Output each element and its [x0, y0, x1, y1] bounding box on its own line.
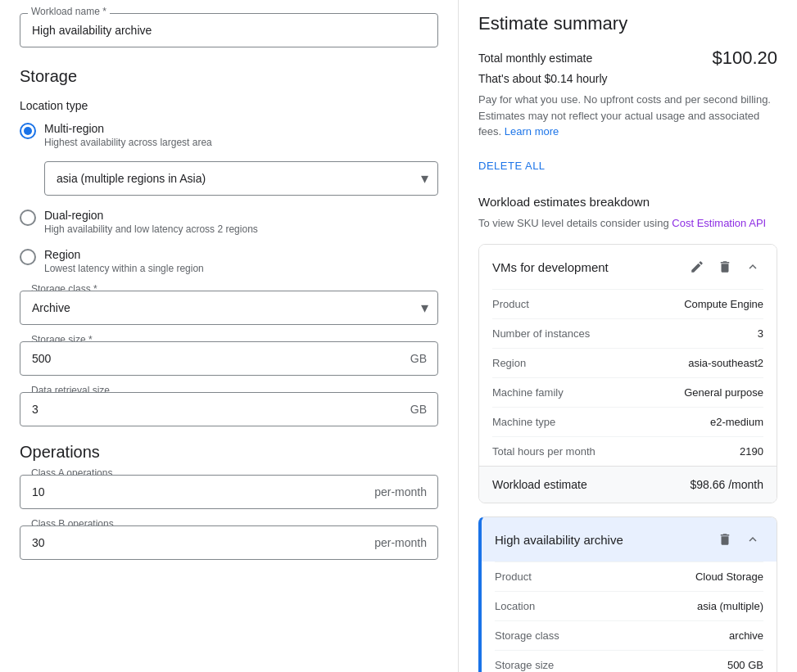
location-type-label: Location type — [20, 99, 438, 112]
vms-card-footer: Workload estimate $98.66 /month — [479, 466, 777, 503]
delete-all-button[interactable]: DELETE ALL — [478, 153, 546, 178]
storage-size-input[interactable] — [20, 341, 438, 376]
workload-name-input[interactable] — [20, 13, 438, 47]
archive-delete-button[interactable] — [714, 529, 736, 550]
vms-machine-type-value: e2-medium — [710, 416, 763, 428]
vms-machine-type-row: Machine type e2-medium — [492, 407, 763, 436]
archive-card-title: High availability archive — [495, 533, 623, 547]
class-b-wrapper: per-month — [20, 525, 438, 560]
vms-product-label: Product — [492, 298, 529, 310]
archive-product-value: Cloud Storage — [695, 571, 763, 583]
vms-machine-family-row: Machine family General purpose — [492, 377, 763, 407]
storage-section-title: Storage — [20, 67, 438, 86]
storage-size-wrapper: GB — [20, 341, 438, 376]
vms-card-title: VMs for development — [492, 260, 609, 274]
radio-circle-multi-region — [20, 123, 36, 139]
vms-card-actions — [686, 256, 763, 277]
vms-machine-type-label: Machine type — [492, 416, 555, 428]
data-retrieval-wrapper: GB — [20, 392, 438, 426]
archive-storage-size-value: 500 GB — [727, 659, 763, 671]
archive-workload-card: High availability archive Product Cloud … — [478, 516, 777, 672]
radio-region[interactable]: Region Lowest latency within a single re… — [20, 248, 438, 274]
storage-class-field: Storage class * Archive Standard Nearlin… — [20, 291, 438, 325]
archive-delete-icon — [718, 532, 732, 547]
vms-hours-row: Total hours per month 2190 — [492, 436, 763, 466]
vms-region-value: asia-southeast2 — [688, 357, 763, 369]
storage-size-unit: GB — [410, 352, 427, 365]
archive-storage-class-row: Storage class archive — [495, 620, 763, 650]
info-text: Pay for what you use. No upfront costs a… — [478, 92, 777, 140]
radio-dual-region[interactable]: Dual-region High availability and low la… — [20, 209, 438, 235]
right-panel: Estimate summary Total monthly estimate … — [459, 0, 797, 672]
data-retrieval-field: Data retrieval size GB — [20, 392, 438, 426]
archive-storage-size-row: Storage size 500 GB — [495, 650, 763, 672]
region-select[interactable]: asia (multiple regions in Asia) us (mult… — [44, 161, 438, 196]
class-a-wrapper: per-month — [20, 475, 438, 509]
storage-size-field: Storage size * GB — [20, 341, 438, 376]
total-monthly-amount: $100.20 — [712, 47, 777, 69]
vms-machine-family-label: Machine family — [492, 386, 564, 399]
archive-location-row: Location asia (multiple) — [495, 591, 763, 620]
archive-collapse-button[interactable] — [742, 529, 763, 550]
vms-region-label: Region — [492, 357, 526, 369]
vms-machine-family-value: General purpose — [684, 386, 763, 399]
location-type-radio-group: Multi-region Highest availability across… — [20, 122, 438, 274]
learn-more-link[interactable]: Learn more — [505, 125, 559, 138]
vms-footer-label: Workload estimate — [492, 478, 587, 491]
radio-multi-region[interactable]: Multi-region Highest availability across… — [20, 122, 438, 148]
region-select-wrapper: asia (multiple regions in Asia) us (mult… — [44, 161, 438, 196]
archive-card-header: High availability archive — [482, 517, 777, 562]
operations-section-title: Operations — [20, 443, 438, 462]
estimate-summary-title: Estimate summary — [478, 13, 777, 34]
vms-edit-button[interactable] — [686, 256, 708, 277]
vms-product-row: Product Compute Engine — [492, 289, 763, 318]
breakdown-subtitle: To view SKU level details consider using… — [478, 215, 777, 232]
edit-icon — [690, 259, 704, 274]
dual-region-desc: High availability and low latency across… — [44, 223, 258, 235]
region-dropdown-field: asia (multiple regions in Asia) us (mult… — [44, 161, 438, 196]
cost-estimation-api-link[interactable]: Cost Estimation API — [672, 217, 766, 229]
vms-hours-label: Total hours per month — [492, 445, 595, 458]
archive-storage-class-label: Storage class — [495, 629, 559, 642]
breakdown-subtitle-text: To view SKU level details consider using — [478, 217, 669, 229]
archive-location-value: asia (multiple) — [697, 600, 763, 612]
workload-name-field: Workload name * — [20, 13, 438, 47]
class-a-field: Class A operations per-month — [20, 475, 438, 509]
vms-footer-value: $98.66 /month — [690, 478, 763, 491]
class-b-unit: per-month — [374, 536, 427, 549]
vms-card-body: Product Compute Engine Number of instanc… — [479, 289, 777, 466]
vms-collapse-button[interactable] — [742, 256, 763, 277]
left-panel: Workload name * Storage Location type Mu… — [0, 0, 459, 672]
delete-icon — [718, 259, 732, 274]
vms-hours-value: 2190 — [740, 445, 763, 458]
radio-circle-dual-region — [20, 210, 36, 226]
storage-class-select-wrapper: Archive Standard Nearline Coldline ▾ — [20, 291, 438, 325]
total-monthly-row: Total monthly estimate $100.20 — [478, 47, 777, 69]
archive-card-actions — [714, 529, 763, 550]
data-retrieval-input[interactable] — [20, 392, 438, 426]
breakdown-title: Workload estimates breakdown — [478, 195, 777, 209]
vms-instances-row: Number of instances 3 — [492, 318, 763, 348]
hourly-estimate: That's about $0.14 hourly — [478, 72, 777, 85]
storage-class-select[interactable]: Archive Standard Nearline Coldline — [20, 291, 438, 325]
archive-storage-size-label: Storage size — [495, 659, 554, 671]
class-b-field: Class B operations per-month — [20, 525, 438, 560]
multi-region-label: Multi-region — [44, 122, 212, 135]
vms-instances-value: 3 — [758, 327, 763, 340]
archive-collapse-icon — [745, 532, 760, 547]
radio-circle-region — [20, 249, 36, 265]
vms-workload-card: VMs for development — [478, 244, 777, 503]
archive-product-row: Product Cloud Storage — [495, 562, 763, 591]
vms-delete-button[interactable] — [714, 256, 736, 277]
region-label: Region — [44, 248, 204, 261]
archive-storage-class-value: archive — [729, 629, 763, 642]
class-a-unit: per-month — [374, 485, 427, 498]
collapse-icon — [745, 259, 760, 274]
archive-product-label: Product — [495, 571, 532, 583]
workload-name-label: Workload name * — [28, 6, 110, 17]
archive-location-label: Location — [495, 600, 535, 612]
region-desc: Lowest latency within a single region — [44, 263, 204, 274]
vms-card-header: VMs for development — [479, 245, 777, 289]
archive-card-body: Product Cloud Storage Location asia (mul… — [482, 562, 777, 672]
multi-region-desc: Highest availability across largest area — [44, 137, 212, 148]
